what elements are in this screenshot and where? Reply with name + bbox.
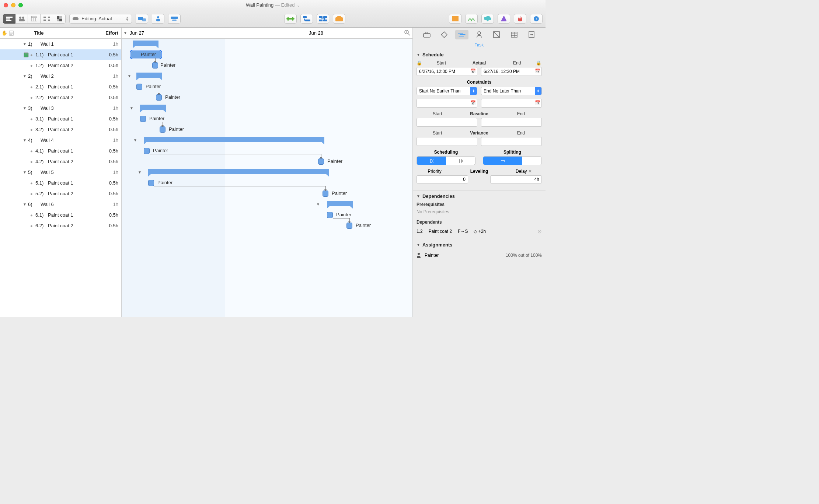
row-effort[interactable]: 1h <box>99 202 121 207</box>
leveling-button[interactable] <box>284 14 297 24</box>
constraint-start-popup[interactable]: Start No Earlier Than▲▼ <box>417 87 477 95</box>
row-effort[interactable]: 0.5h <box>99 148 121 154</box>
dependent-row[interactable]: 1.2 Paint coat 2 F→S ◇ +2h ⊗ <box>417 227 542 236</box>
row-effort[interactable]: 0.5h <box>99 116 121 122</box>
gantt-summary-bar[interactable] <box>140 105 166 110</box>
disclosure-icon[interactable]: ▼ <box>130 106 133 110</box>
outline-task-row[interactable]: ●1.1) Paint coat 10.5h <box>0 49 121 60</box>
row-title[interactable]: Wall 5 <box>41 169 99 175</box>
simulation-button[interactable] <box>465 14 478 24</box>
row-effort[interactable]: 1h <box>99 137 121 143</box>
row-title[interactable]: Wall 1 <box>41 41 99 47</box>
row-effort[interactable]: 0.5h <box>99 223 121 228</box>
row-effort[interactable]: 0.5h <box>99 84 121 90</box>
gantt-summary-bar[interactable] <box>148 169 329 174</box>
tab-resource[interactable] <box>473 30 486 39</box>
column-effort[interactable]: Effort <box>99 30 121 36</box>
actual-end-field[interactable]: 6/27/16, 12:30 PM📅 <box>481 67 542 76</box>
gantt-summary-bar[interactable] <box>133 41 158 46</box>
row-title[interactable]: Paint coat 2 <box>48 191 99 196</box>
column-title[interactable]: Title <box>18 30 99 36</box>
view-gantt-button[interactable] <box>3 14 15 24</box>
baseline-end-field[interactable] <box>481 118 542 127</box>
clear-delay-icon[interactable]: ✕ <box>528 169 532 174</box>
outline-task-row[interactable]: ●5.2) Paint coat 20.5h <box>0 188 121 199</box>
sync-button[interactable] <box>481 14 494 24</box>
calendar-icon[interactable]: 📅 <box>470 100 476 105</box>
outline-task-row[interactable]: ●2.1) Paint coat 10.5h <box>0 81 121 92</box>
disclosure-icon[interactable]: ▼ <box>133 138 137 142</box>
row-effort[interactable]: 1h <box>99 105 121 111</box>
tab-task[interactable] <box>455 30 468 39</box>
outline-group-row[interactable]: ▼5) Wall 51h <box>0 167 121 178</box>
lock-end-icon[interactable]: 🔒 <box>536 60 542 66</box>
gantt-task-bar[interactable] <box>323 190 328 197</box>
outline-task-row[interactable]: ●6.2) Paint coat 20.5h <box>0 220 121 231</box>
gantt-summary-bar[interactable] <box>136 73 162 78</box>
tab-project[interactable] <box>420 30 433 39</box>
view-network-button[interactable] <box>41 14 53 24</box>
row-title[interactable]: Paint coat 2 <box>48 63 99 68</box>
calendar-icon[interactable]: 📅 <box>470 69 476 74</box>
gantt-task-bar[interactable] <box>346 223 352 229</box>
constraint-end-popup[interactable]: End No Later Than▲▼ <box>481 87 542 95</box>
row-effort[interactable]: 0.5h <box>99 127 121 132</box>
add-resource-button[interactable] <box>152 14 164 24</box>
stop-button[interactable] <box>514 14 526 24</box>
row-title[interactable]: Paint coat 1 <box>48 212 99 218</box>
view-styles-button[interactable] <box>53 14 66 24</box>
baseline-start-field[interactable] <box>417 118 477 127</box>
row-title[interactable]: Wall 4 <box>41 137 99 143</box>
section-assignments-header[interactable]: ▼Assignments <box>417 242 542 248</box>
snapshot-button[interactable] <box>333 14 345 24</box>
outline-group-row[interactable]: ▼4) Wall 41h <box>0 135 121 146</box>
outline-group-row[interactable]: ▼2) Wall 21h <box>0 71 121 81</box>
grab-icon[interactable]: ✋ <box>0 30 9 36</box>
critical-path-button[interactable] <box>498 14 510 24</box>
row-effort[interactable]: 0.5h <box>99 63 121 68</box>
outline-task-row[interactable]: ●1.2) Paint coat 20.5h <box>0 60 121 71</box>
row-title[interactable]: Paint coat 2 <box>48 127 99 132</box>
row-title[interactable]: Wall 3 <box>41 105 99 111</box>
disclosure-icon[interactable]: ▼ <box>23 42 28 46</box>
outline-task-row[interactable]: ●4.2) Paint coat 20.5h <box>0 156 121 167</box>
add-task-button[interactable] <box>136 14 148 24</box>
row-title[interactable]: Paint coat 2 <box>48 95 99 100</box>
row-effort[interactable]: 1h <box>99 41 121 47</box>
constraint-start-date[interactable]: 📅 <box>417 99 477 108</box>
gantt-task-bar[interactable] <box>327 212 333 218</box>
gantt-pane[interactable]: ▼ Jun 27 Jun 28 PainterPainter▼PainterPa… <box>122 28 413 317</box>
tab-custom-data[interactable] <box>508 30 521 39</box>
gantt-task-bar[interactable] <box>160 126 165 133</box>
actual-start-field[interactable]: 6/27/16, 12:00 PM📅 <box>417 67 477 76</box>
note-icon[interactable] <box>13 52 30 57</box>
tab-milestones[interactable] <box>438 30 451 39</box>
row-title[interactable]: Paint coat 1 <box>48 148 99 154</box>
row-title[interactable]: Paint coat 1 <box>48 180 99 186</box>
row-title[interactable]: Paint coat 1 <box>48 52 99 57</box>
row-title[interactable]: Paint coat 1 <box>48 116 99 122</box>
reports-button[interactable] <box>449 14 461 24</box>
window-title[interactable]: Wall Painting — Edited ⌄ <box>0 2 546 8</box>
constraint-end-date[interactable]: 📅 <box>481 99 542 108</box>
disclosure-icon[interactable]: ▼ <box>23 74 28 78</box>
view-calendar-button[interactable] <box>28 14 41 24</box>
row-title[interactable]: Wall 6 <box>41 202 99 207</box>
disclosure-icon[interactable]: ▼ <box>122 28 129 38</box>
outline-group-row[interactable]: ▼3) Wall 31h <box>0 103 121 113</box>
assignment-row[interactable]: Painter 100% out of 100% <box>417 251 542 260</box>
outline-group-row[interactable]: ▼6) Wall 61h <box>0 199 121 210</box>
gantt-task-bar[interactable] <box>140 116 146 122</box>
section-schedule-header[interactable]: ▼Schedule <box>417 52 542 57</box>
disclosure-icon[interactable]: ▼ <box>138 170 142 174</box>
zoom-in-icon[interactable] <box>404 30 410 36</box>
tab-export[interactable] <box>525 30 538 39</box>
outline-group-row[interactable]: ▼1) Wall 11h <box>0 39 121 49</box>
gantt-summary-bar[interactable] <box>327 201 353 206</box>
outline-task-row[interactable]: ●6.1) Paint coat 10.5h <box>0 210 121 220</box>
row-effort[interactable]: 0.5h <box>99 95 121 100</box>
remove-dependent-icon[interactable]: ⊗ <box>537 228 542 234</box>
outline-task-row[interactable]: ●2.2) Paint coat 20.5h <box>0 92 121 103</box>
outline-task-row[interactable]: ●3.1) Paint coat 10.5h <box>0 113 121 124</box>
disclosure-icon[interactable]: ▼ <box>128 74 131 78</box>
